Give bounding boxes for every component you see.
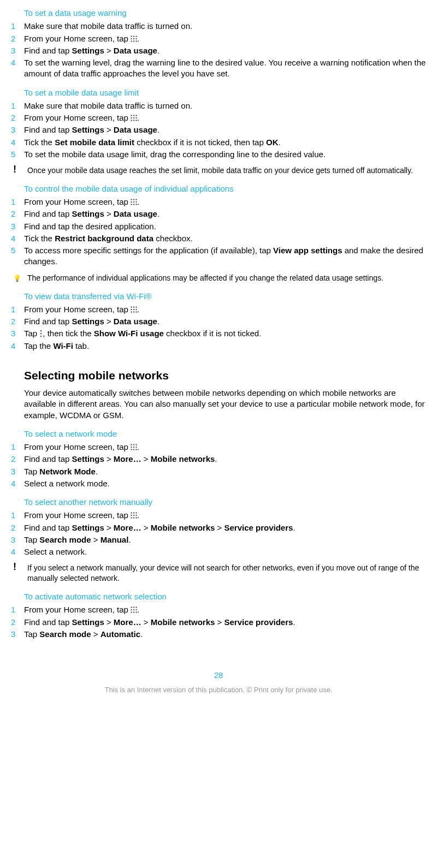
step-item: 4Tick the Set mobile data limit checkbox…	[11, 137, 426, 148]
heading-data-warning: To set a data usage warning	[24, 8, 426, 19]
note-data-limit: ! Once your mobile data usage reaches th…	[11, 165, 426, 176]
step-number: 5	[11, 245, 15, 256]
step-item: 3Tap Search mode > Manual.	[11, 534, 426, 545]
svg-point-35	[135, 311, 137, 312]
step-number: 2	[11, 112, 15, 123]
step-text: Find and tap Settings > Data usage.	[24, 209, 160, 218]
step-number: 4	[11, 137, 15, 148]
step-item: 5To set the mobile data usage limit, dra…	[11, 149, 426, 160]
svg-point-43	[133, 447, 134, 448]
steps-data-warning: 1Make sure that mobile data traffic is t…	[11, 21, 426, 79]
svg-point-9	[131, 115, 132, 116]
svg-point-64	[133, 612, 134, 613]
step-number: 3	[11, 466, 15, 477]
svg-point-52	[133, 515, 134, 516]
step-number: 1	[11, 21, 15, 32]
footer-text: This is an Internet version of this publ…	[11, 685, 426, 695]
bold-term: Automatic	[101, 629, 140, 639]
step-item: 4Select a network.	[11, 546, 426, 557]
step-item: 2Find and tap Settings > More… > Mobile …	[11, 454, 426, 465]
svg-point-3	[131, 38, 132, 39]
step-text: From your Home screen, tap .	[24, 197, 139, 206]
bold-term: Network Mode	[39, 467, 96, 476]
note-text: The performance of individual applicatio…	[27, 274, 383, 282]
heading-network-mode: To select a network mode	[24, 429, 426, 439]
step-number: 5	[11, 149, 15, 160]
step-text: Make sure that mobile data traffic is tu…	[24, 21, 192, 31]
step-number: 2	[11, 33, 15, 44]
svg-point-39	[131, 444, 132, 445]
svg-point-58	[133, 607, 134, 608]
apps-grid-icon	[131, 35, 137, 42]
svg-point-61	[133, 609, 134, 610]
svg-point-14	[135, 117, 137, 118]
bold-term: Settings	[72, 46, 104, 55]
step-number: 2	[11, 617, 15, 628]
bold-term: Search mode	[39, 629, 91, 639]
step-number: 1	[11, 604, 15, 615]
svg-point-42	[131, 447, 132, 448]
step-item: 1From your Home screen, tap .	[11, 442, 426, 453]
step-item: 4To set the warning level, drag the warn…	[11, 57, 426, 80]
step-text: To set the mobile data usage limit, drag…	[24, 150, 326, 159]
note-individual-apps: The performance of individual applicatio…	[11, 273, 426, 283]
step-number: 1	[11, 442, 15, 453]
step-item: 2Find and tap Settings > More… > Mobile …	[11, 522, 426, 533]
svg-point-15	[131, 120, 132, 121]
steps-wifi-data: 1From your Home screen, tap .2Find and t…	[11, 304, 426, 352]
step-text: Select a network.	[24, 547, 87, 556]
steps-data-limit: 1Make sure that mobile data traffic is t…	[11, 100, 426, 160]
note-text: If you select a network manually, your d…	[27, 563, 419, 582]
svg-point-20	[135, 199, 137, 200]
svg-point-62	[135, 609, 137, 610]
svg-point-5	[135, 38, 137, 39]
heading-mobile-networks: Selecting mobile networks	[24, 368, 426, 383]
svg-point-23	[135, 201, 137, 203]
step-item: 1From your Home screen, tap .	[11, 510, 426, 521]
svg-point-16	[133, 120, 134, 121]
svg-point-7	[133, 40, 134, 41]
svg-point-49	[133, 513, 134, 514]
step-text: From your Home screen, tap .	[24, 510, 139, 520]
apps-grid-icon	[131, 444, 137, 450]
apps-grid-icon	[131, 512, 137, 519]
step-item: 3Tap Search mode > Automatic.	[11, 629, 426, 640]
warning-icon: !	[13, 165, 16, 173]
svg-point-12	[131, 117, 132, 118]
svg-point-60	[131, 609, 132, 610]
bold-term: Settings	[72, 523, 104, 532]
step-item: 2Find and tap Settings > Data usage.	[11, 316, 426, 327]
steps-individual-apps: 1From your Home screen, tap .2Find and t…	[11, 197, 426, 267]
step-number: 4	[11, 478, 15, 489]
apps-grid-icon	[131, 199, 137, 205]
step-number: 4	[11, 341, 15, 352]
step-text: Tap the Wi-Fi tab.	[24, 341, 89, 350]
svg-point-21	[131, 201, 132, 203]
svg-point-65	[135, 612, 137, 613]
step-item: 1From your Home screen, tap .	[11, 197, 426, 207]
step-item: 3Tap , then tick the Show Wi-Fi usage ch…	[11, 328, 426, 339]
svg-point-11	[135, 115, 137, 116]
step-text: Find and tap Settings > Data usage.	[24, 125, 160, 134]
step-number: 3	[11, 328, 15, 339]
apps-grid-icon	[131, 306, 137, 313]
step-number: 3	[11, 534, 15, 545]
step-number: 3	[11, 124, 15, 135]
svg-point-33	[131, 311, 132, 312]
svg-point-0	[131, 35, 132, 37]
step-item: 4Tap the Wi-Fi tab.	[11, 341, 426, 352]
svg-point-47	[135, 449, 137, 450]
bold-term: Show Wi-Fi usage	[94, 329, 164, 338]
svg-point-10	[133, 115, 134, 116]
step-text: Tick the Restrict background data checkb…	[24, 234, 193, 243]
step-item: 1Make sure that mobile data traffic is t…	[11, 100, 426, 111]
intro-mobile-networks: Your device automatically switches betwe…	[24, 388, 426, 421]
svg-point-25	[133, 204, 134, 205]
step-text: To access more specific settings for the…	[24, 246, 423, 266]
heading-data-limit: To set a mobile data usage limit	[24, 87, 426, 98]
step-text: Tap Search mode > Automatic.	[24, 629, 143, 639]
bold-term: Mobile networks	[151, 454, 215, 463]
bold-term: Settings	[72, 317, 104, 326]
bold-term: OK	[266, 138, 279, 147]
bold-term: More…	[114, 617, 141, 627]
